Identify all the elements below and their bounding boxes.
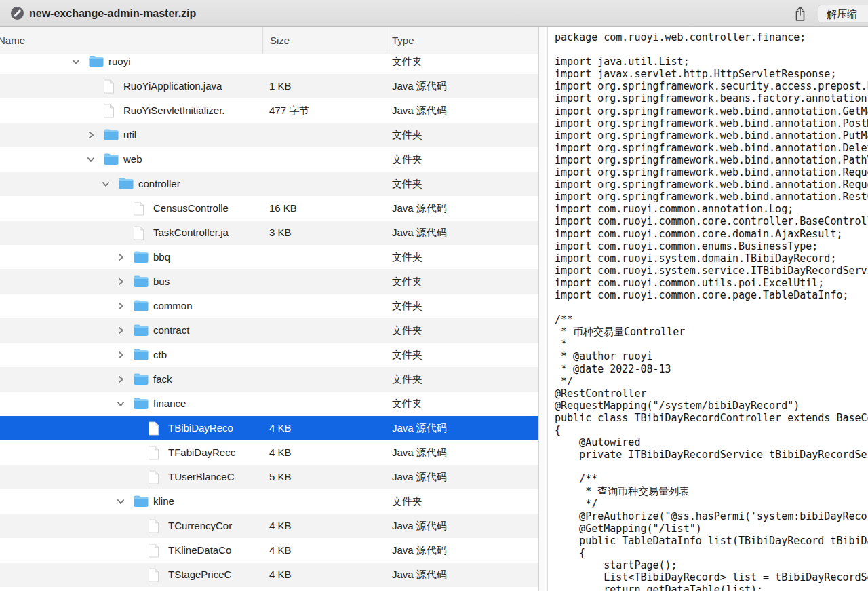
column-separator[interactable] [387, 27, 387, 54]
file-name: TUserBlanceC [168, 465, 235, 489]
code-line: import com.ruoyi.common.annotation.Log; [555, 203, 868, 215]
file-row[interactable]: common 文件夹 [0, 294, 538, 318]
archive-utility-window: new-exchange-admin-master.zip 解压缩 [0, 0, 868, 591]
code-line: import org.springframework.web.bind.anno… [555, 142, 868, 154]
file-browser-pane: ruoyi 文件夹 RuoYiApplication.java 1 KB Jav… [0, 27, 538, 591]
code-line: import com.ruoyi.system.domain.TBibiDayR… [555, 252, 868, 265]
file-size: 4 KB [269, 416, 292, 440]
file-type: 文件夹 [392, 294, 422, 318]
file-type: Java 源代码 [392, 221, 447, 245]
chevron-down-icon[interactable] [85, 154, 96, 165]
file-name: TBibiDayReco [168, 416, 233, 440]
file-row[interactable]: ctb 文件夹 [0, 343, 538, 367]
chevron-right-icon[interactable] [85, 130, 96, 140]
file-icon [148, 568, 163, 582]
code-line: import org.springframework.beans.factory… [555, 92, 868, 104]
file-row[interactable]: RuoYiServletInitializer. 477 字节 Java 源代码 [0, 98, 538, 123]
file-name: TFabiDayRecc [168, 440, 235, 465]
code-line: private ITBibiDayRecordService tBibiDayR… [555, 449, 868, 461]
code-line: import org.springframework.web.bind.anno… [555, 191, 868, 203]
code-line: * @date 2022-08-13 [555, 363, 868, 375]
folder-icon [133, 275, 149, 288]
file-size: 3 KB [269, 221, 292, 245]
list-column-header: Name Size Type [0, 27, 538, 54]
column-header-name[interactable]: Name [0, 27, 25, 54]
file-row[interactable]: TBibiDayReco 4 KB Java 源代码 [0, 416, 538, 440]
file-size: 16 KB [269, 196, 297, 221]
chevron-right-icon[interactable] [115, 374, 126, 385]
code-line: @RestController [555, 387, 868, 400]
column-header-size[interactable]: Size [270, 27, 290, 54]
file-type: 文件夹 [392, 392, 422, 416]
share-icon [791, 14, 810, 25]
chevron-down-icon[interactable] [100, 178, 111, 189]
file-row[interactable]: CensusControlle 16 KB Java 源代码 [0, 196, 538, 221]
file-name: TCurrencyCor [168, 514, 232, 538]
file-row[interactable]: TStagePriceC 4 KB Java 源代码 [0, 563, 538, 587]
file-name: TaskController.ja [153, 221, 229, 245]
chevron-right-icon[interactable] [115, 276, 126, 287]
code-line: List<TBibiDayRecord> list = tBibiDayReco… [555, 571, 868, 584]
chevron-right-icon[interactable] [115, 325, 126, 336]
file-icon [103, 79, 119, 93]
file-row[interactable]: TFabiDayRecc 4 KB Java 源代码 [0, 440, 538, 465]
chevron-down-icon[interactable] [115, 496, 126, 507]
file-row[interactable]: bus 文件夹 [0, 269, 538, 294]
file-row[interactable]: TaskController.ja 3 KB Java 源代码 [0, 221, 538, 245]
file-row[interactable]: util 文件夹 [0, 123, 538, 147]
file-type: 文件夹 [392, 147, 422, 172]
extract-button[interactable]: 解压缩 [818, 5, 868, 23]
file-size: 4 KB [269, 440, 292, 465]
file-name: ctb [153, 343, 167, 367]
folder-icon [118, 177, 134, 191]
share-button[interactable] [791, 5, 810, 23]
file-row[interactable]: controller 文件夹 [0, 172, 538, 196]
file-row[interactable]: bbq 文件夹 [0, 245, 538, 269]
code-content: package com.ruoyi.web.controller.finance… [555, 31, 868, 591]
file-icon [148, 421, 163, 435]
file-size: 477 字节 [269, 98, 309, 123]
file-type: Java 源代码 [392, 416, 447, 440]
file-type: 文件夹 [392, 172, 422, 196]
file-type: Java 源代码 [392, 440, 447, 465]
folder-icon [133, 250, 149, 264]
pane-divider[interactable] [538, 27, 548, 591]
code-line: * [555, 338, 868, 350]
file-icon [148, 519, 163, 533]
chevron-down-icon[interactable] [115, 398, 126, 409]
column-header-type[interactable]: Type [392, 27, 414, 54]
file-row[interactable]: web 文件夹 [0, 147, 538, 172]
code-line [555, 461, 868, 473]
file-row[interactable]: fack 文件夹 [0, 367, 538, 392]
file-row[interactable]: TCurrencyCor 4 KB Java 源代码 [0, 514, 538, 538]
chevron-right-icon[interactable] [115, 349, 126, 360]
file-row[interactable]: contract 文件夹 [0, 318, 538, 343]
code-line: import org.springframework.web.bind.anno… [555, 178, 868, 191]
folder-icon [103, 128, 119, 142]
file-row[interactable]: kline 文件夹 [0, 489, 538, 514]
file-type: Java 源代码 [392, 514, 447, 538]
folder-icon [103, 153, 119, 166]
file-size: 4 KB [269, 563, 292, 587]
folder-icon [133, 495, 149, 508]
file-name: contract [153, 318, 189, 343]
chevron-right-icon[interactable] [115, 301, 126, 311]
code-line: { [555, 424, 868, 436]
file-size: 4 KB [269, 514, 292, 538]
chevron-down-icon[interactable] [71, 56, 81, 67]
code-line: /** [555, 313, 868, 326]
file-name: CensusControlle [153, 196, 229, 221]
column-separator[interactable] [262, 27, 263, 54]
file-row[interactable]: finance 文件夹 [0, 392, 538, 416]
file-row[interactable]: TKlineDataCo 4 KB Java 源代码 [0, 538, 538, 563]
file-tree: ruoyi 文件夹 RuoYiApplication.java 1 KB Jav… [0, 27, 538, 591]
chevron-right-icon[interactable] [115, 252, 126, 263]
file-icon [103, 104, 119, 117]
code-line: { [555, 547, 868, 559]
file-name: fack [153, 367, 172, 392]
file-row[interactable]: TUserBlanceC 5 KB Java 源代码 [0, 465, 538, 489]
file-row[interactable]: RuoYiApplication.java 1 KB Java 源代码 [0, 74, 538, 98]
title-bar: new-exchange-admin-master.zip 解压缩 [0, 0, 868, 27]
code-line: * 币种交易量Controller [555, 326, 868, 338]
file-type: 文件夹 [392, 489, 422, 514]
